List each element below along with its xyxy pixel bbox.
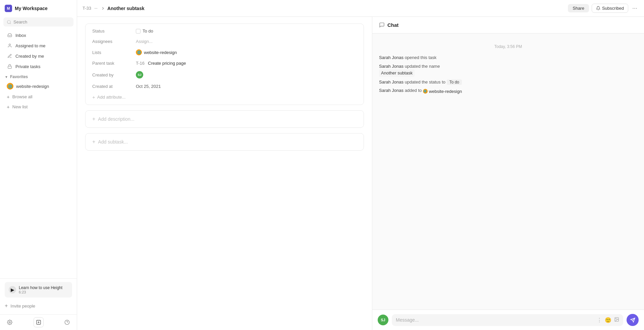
search-icon bbox=[7, 20, 11, 24]
content-area: Status To do Assignees Assign... Lists bbox=[77, 17, 644, 330]
created-at-value[interactable]: Oct 25, 2021 bbox=[136, 84, 161, 89]
sidebar-item-private[interactable]: Private tasks bbox=[2, 61, 75, 71]
workspace-header[interactable]: M My Workspace bbox=[0, 0, 77, 15]
svg-line-1 bbox=[10, 23, 11, 24]
status-checkbox[interactable] bbox=[136, 29, 141, 34]
chat-input-area: SJ ⋮ 🙂 bbox=[372, 310, 644, 330]
share-button[interactable]: Share bbox=[568, 4, 589, 12]
attachment-icon[interactable] bbox=[614, 317, 619, 323]
list-globe-icon: 🌐 bbox=[136, 49, 142, 55]
topbar: T-33 Another subtask Share Subscribed ··… bbox=[77, 0, 644, 17]
chevron-down-icon: ▼ bbox=[5, 75, 8, 79]
more-options-button[interactable]: ··· bbox=[631, 3, 639, 13]
created-by-row[interactable]: Created by SJ bbox=[86, 68, 364, 81]
parent-task-id: T-16 bbox=[136, 61, 145, 66]
emoji-icon[interactable]: 🙂 bbox=[605, 317, 611, 323]
lock-icon bbox=[7, 63, 13, 69]
add-task-button[interactable] bbox=[34, 317, 44, 327]
invite-label: Invite people bbox=[10, 304, 35, 309]
list-globe-sm-icon: 🌐 bbox=[423, 89, 428, 94]
parent-task-row[interactable]: Parent task T-16 Create pricing page bbox=[86, 58, 364, 68]
created-at-text: Oct 25, 2021 bbox=[136, 84, 161, 89]
status-value[interactable]: To do bbox=[136, 29, 153, 34]
svg-point-4 bbox=[9, 322, 10, 323]
svg-point-0 bbox=[7, 20, 10, 23]
activity-item: Sarah Jonas opened this task bbox=[379, 54, 637, 61]
chat-title: Chat bbox=[387, 22, 398, 28]
plus-icon: + bbox=[92, 94, 95, 100]
description-section[interactable]: + Add description... bbox=[85, 110, 364, 128]
parent-task-name: Create pricing page bbox=[148, 61, 186, 66]
description-placeholder[interactable]: + Add description... bbox=[92, 116, 357, 122]
created-by-value[interactable]: SJ bbox=[136, 71, 143, 78]
parent-task-value[interactable]: T-16 Create pricing page bbox=[136, 61, 186, 66]
sidebar-item-assigned[interactable]: Assigned to me bbox=[2, 41, 75, 51]
actor-name: Sarah Jonas bbox=[379, 88, 404, 93]
assignees-value[interactable]: Assign... bbox=[136, 39, 153, 44]
activity-item: Sarah Jonas added to 🌐 website-redesign bbox=[379, 87, 637, 95]
list-badge: 🌐 website-redesign bbox=[423, 88, 462, 95]
add-attribute-row[interactable]: + Add attribute... bbox=[86, 92, 364, 103]
inbox-icon bbox=[7, 32, 13, 38]
subtask-section[interactable]: + Add subtask... bbox=[85, 133, 364, 151]
sidebar-item-inbox[interactable]: Inbox bbox=[2, 30, 75, 40]
plus-icon: + bbox=[92, 116, 95, 122]
task-id: T-33 bbox=[83, 6, 91, 11]
favorites-label: Favorites bbox=[10, 74, 28, 79]
lists-value[interactable]: 🌐 website-redesign bbox=[136, 49, 177, 55]
subscribed-button[interactable]: Subscribed bbox=[592, 4, 628, 13]
message-input[interactable] bbox=[396, 317, 594, 323]
svg-point-2 bbox=[9, 44, 11, 46]
parent-task-label: Parent task bbox=[92, 61, 136, 66]
browse-all-item[interactable]: + Browse all bbox=[2, 92, 75, 102]
sidebar-nav: Inbox Assigned to me Created by me Priva… bbox=[0, 30, 77, 278]
help-button[interactable] bbox=[62, 317, 72, 327]
creator-avatar: SJ bbox=[136, 71, 143, 78]
message-input-wrap: ⋮ 🙂 bbox=[392, 314, 623, 326]
settings-button[interactable] bbox=[5, 317, 15, 327]
created-by-label: Created by bbox=[92, 72, 136, 77]
bell-icon bbox=[596, 6, 600, 10]
plus-icon: + bbox=[92, 139, 95, 145]
chat-messages: Today, 3:56 PM Sarah Jonas opened this t… bbox=[372, 34, 644, 310]
search-label: Search bbox=[13, 19, 27, 24]
search-bar[interactable]: Search bbox=[3, 17, 73, 26]
lists-row[interactable]: Lists 🌐 website-redesign bbox=[86, 47, 364, 58]
website-redesign-label: website-redesign bbox=[16, 84, 49, 89]
assignees-label: Assignees bbox=[92, 39, 136, 44]
sidebar: M My Workspace Search Inbox Assigned to … bbox=[0, 0, 77, 330]
created-at-label: Created at bbox=[92, 84, 136, 89]
svg-point-12 bbox=[615, 318, 616, 319]
send-button[interactable] bbox=[627, 314, 639, 326]
invite-people[interactable]: + Invite people bbox=[5, 301, 72, 311]
inbox-label: Inbox bbox=[15, 33, 26, 38]
add-attribute-label: Add attribute... bbox=[97, 95, 126, 100]
play-icon: ▶ bbox=[9, 286, 16, 293]
assignees-row[interactable]: Assignees Assign... bbox=[86, 36, 364, 47]
plus-icon: + bbox=[5, 303, 8, 309]
browse-all-label: Browse all bbox=[12, 94, 33, 99]
favorites-section-header[interactable]: ▼ Favorites bbox=[0, 72, 77, 80]
actor-name: Sarah Jonas bbox=[379, 64, 404, 69]
globe-icon: 🌐 bbox=[7, 83, 13, 90]
sidebar-footer bbox=[0, 314, 77, 330]
created-at-row[interactable]: Created at Oct 25, 2021 bbox=[86, 81, 364, 92]
workspace-name: My Workspace bbox=[15, 6, 48, 11]
status-row[interactable]: Status To do bbox=[86, 26, 364, 36]
subtask-placeholder[interactable]: + Add subtask... bbox=[92, 139, 357, 145]
breadcrumb: T-33 Another subtask bbox=[83, 6, 144, 11]
sidebar-item-website-redesign[interactable]: 🌐 website-redesign bbox=[2, 81, 75, 92]
private-label: Private tasks bbox=[15, 64, 40, 69]
new-list-item[interactable]: + New list bbox=[2, 102, 75, 112]
subtask-icon bbox=[101, 6, 105, 11]
workspace-icon: M bbox=[5, 5, 12, 12]
learn-box[interactable]: ▶ Learn how to use Height 6:23 bbox=[5, 282, 72, 297]
topbar-actions: Share Subscribed ··· bbox=[568, 3, 639, 13]
lists-label: Lists bbox=[92, 50, 136, 55]
assigned-label: Assigned to me bbox=[15, 43, 46, 48]
actor-name: Sarah Jonas bbox=[379, 79, 404, 85]
more-options-icon[interactable]: ⋮ bbox=[597, 317, 602, 323]
new-list-label: New list bbox=[12, 104, 28, 109]
sidebar-item-created[interactable]: Created by me bbox=[2, 51, 75, 61]
svg-rect-3 bbox=[8, 66, 12, 68]
